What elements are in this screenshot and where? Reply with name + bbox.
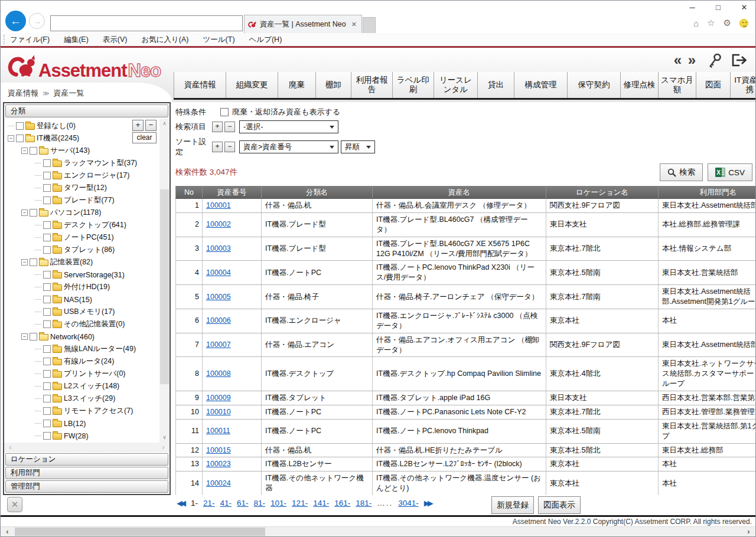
tree-item-label[interactable]: IT機器(2245) bbox=[37, 133, 79, 143]
tree-checkbox[interactable] bbox=[43, 197, 51, 204]
tree-scrollbar-thumb[interactable] bbox=[160, 189, 169, 384]
tree-item-label[interactable]: ブレード型(77) bbox=[64, 195, 115, 205]
tree-item[interactable]: ブレード型(77) bbox=[4, 194, 159, 207]
close-sidebar-button[interactable]: ✕ bbox=[7, 497, 22, 512]
tree-checkbox[interactable] bbox=[43, 172, 51, 179]
window-maximize-button[interactable]: □ bbox=[713, 3, 724, 12]
nav-button[interactable]: 構成管理 bbox=[514, 72, 567, 98]
column-header[interactable]: No bbox=[176, 186, 203, 199]
tree-expander-icon[interactable]: − bbox=[21, 333, 28, 340]
tree-checkbox[interactable] bbox=[43, 395, 51, 402]
menubar-drag-handle[interactable] bbox=[4, 35, 5, 44]
page-link[interactable]: 161- bbox=[334, 499, 350, 507]
nav-button[interactable]: 修理点検 bbox=[620, 72, 658, 98]
tree-item[interactable]: 無線LANルーター(49) bbox=[4, 343, 159, 355]
tree-horizontal-scrollbar[interactable]: ‹ › bbox=[4, 443, 170, 453]
menu-item[interactable]: 編集(E) bbox=[64, 35, 89, 45]
nav-button[interactable]: 利用者報告 bbox=[351, 72, 392, 98]
nav-button[interactable]: 保守契約 bbox=[567, 72, 620, 98]
nav-button[interactable]: IT資産連携 bbox=[730, 72, 755, 98]
tree-checkbox[interactable] bbox=[43, 283, 51, 291]
tree-checkbox[interactable] bbox=[43, 296, 51, 303]
tree-expander-icon[interactable]: − bbox=[21, 259, 28, 266]
page-link[interactable]: 101- bbox=[271, 499, 286, 507]
tree-item-label[interactable]: 記憶装置(82) bbox=[50, 257, 93, 267]
tree-checkbox[interactable] bbox=[43, 432, 51, 440]
window-minimize-button[interactable]: ─ bbox=[687, 3, 698, 12]
tree-item[interactable]: USBメモリ(17) bbox=[4, 306, 159, 318]
tree-item[interactable]: −Network(460) bbox=[4, 330, 159, 343]
sort-order-select[interactable]: 昇順 bbox=[341, 140, 375, 153]
tree-item[interactable]: エンクロージャ(17) bbox=[4, 169, 159, 182]
page-scroll-right-icon[interactable]: › bbox=[744, 527, 754, 536]
tree-checkbox[interactable] bbox=[43, 407, 51, 415]
column-header[interactable]: 資産番号 bbox=[203, 186, 262, 199]
tree-item[interactable]: デスクトップ(641) bbox=[4, 219, 159, 231]
column-header[interactable]: ロケーション名 bbox=[546, 186, 659, 199]
tree-item-label[interactable]: Network(460) bbox=[50, 333, 94, 341]
tree-item[interactable]: ServerStorage(31) bbox=[4, 268, 159, 281]
page-horizontal-scrollbar[interactable]: ‹ › bbox=[1, 526, 755, 536]
tree-expander-icon[interactable]: − bbox=[21, 148, 28, 154]
tree-checkbox[interactable] bbox=[30, 333, 37, 340]
key-icon[interactable] bbox=[706, 53, 722, 68]
tree-item-label[interactable]: プリントサーバ(0) bbox=[64, 369, 126, 379]
favorites-star-icon[interactable]: ☆ bbox=[707, 18, 715, 28]
page-link[interactable]: 41- bbox=[220, 499, 232, 507]
new-registration-button[interactable]: 新規登録 bbox=[491, 496, 534, 514]
asset-number-link[interactable]: 100006 bbox=[206, 316, 231, 325]
asset-number-link[interactable]: 100007 bbox=[206, 340, 231, 349]
nav-button[interactable]: 棚卸 bbox=[315, 72, 351, 98]
tree-item-label[interactable]: 有線ルータ(24) bbox=[64, 356, 114, 366]
tree-item-label[interactable]: L3スイッチ(29) bbox=[64, 394, 115, 404]
tree-item-label[interactable]: パソコン(1178) bbox=[50, 208, 101, 218]
tree-checkbox[interactable] bbox=[43, 159, 51, 167]
page-link[interactable]: 81- bbox=[254, 499, 266, 507]
page-scrollbar-thumb[interactable] bbox=[15, 528, 265, 536]
menu-item[interactable]: ツール(T) bbox=[203, 35, 235, 45]
logout-icon[interactable] bbox=[731, 53, 747, 68]
asset-number-link[interactable]: 100003 bbox=[206, 244, 231, 253]
search-item-add-button[interactable]: + bbox=[212, 122, 223, 132]
menu-item[interactable]: お気に入り(A) bbox=[141, 35, 188, 45]
tree-expander-icon[interactable]: − bbox=[21, 209, 28, 216]
tree-item-label[interactable]: NAS(15) bbox=[64, 296, 92, 304]
tree-checkbox[interactable] bbox=[43, 221, 51, 229]
sort-add-button[interactable]: + bbox=[212, 142, 223, 152]
back-button[interactable]: ← bbox=[5, 11, 26, 31]
asset-number-link[interactable]: 100024 bbox=[206, 479, 231, 487]
tree-expander-icon[interactable]: − bbox=[8, 135, 14, 142]
tree-item[interactable]: −記憶装置(82) bbox=[4, 256, 159, 268]
page-scroll-left-icon[interactable]: ‹ bbox=[2, 527, 12, 536]
tree-item-label[interactable]: 無線LANルーター(49) bbox=[64, 344, 136, 354]
tree-item[interactable]: プリントサーバ(0) bbox=[4, 368, 159, 380]
tree-clear-button[interactable]: clear bbox=[132, 132, 157, 143]
nav-button[interactable]: 廃棄 bbox=[278, 72, 315, 98]
tree-item[interactable]: L2スイッチ(148) bbox=[4, 380, 159, 392]
tree-item[interactable]: FW(28) bbox=[4, 430, 159, 442]
tree-checkbox[interactable] bbox=[43, 345, 51, 353]
tree-checkbox[interactable] bbox=[43, 382, 51, 390]
tree-item-label[interactable]: タワー型(12) bbox=[64, 183, 107, 193]
column-header[interactable]: 分類名 bbox=[262, 186, 373, 199]
tree-item[interactable]: その他記憶装置(0) bbox=[4, 318, 159, 330]
asset-number-link[interactable]: 100010 bbox=[206, 408, 231, 416]
asset-number-link[interactable]: 100001 bbox=[206, 201, 231, 209]
tree-checkbox[interactable] bbox=[43, 420, 51, 427]
asset-number-link[interactable]: 100008 bbox=[206, 369, 231, 378]
tree-vertical-scrollbar[interactable]: ∧ ∨ bbox=[159, 119, 170, 443]
scroll-right-icon[interactable]: › bbox=[158, 443, 168, 453]
nav-button[interactable]: ラベル印刷 bbox=[392, 72, 434, 98]
tree-checkbox[interactable] bbox=[43, 184, 51, 192]
sidebar-accordion[interactable]: ロケーション bbox=[5, 453, 168, 466]
tree-checkbox[interactable] bbox=[30, 258, 37, 266]
tab-close-icon[interactable]: ✕ bbox=[350, 21, 358, 28]
address-bar-input[interactable] bbox=[50, 15, 243, 31]
tree-checkbox[interactable] bbox=[43, 320, 51, 328]
menu-item[interactable]: 表示(V) bbox=[103, 35, 128, 45]
sort-remove-button[interactable]: − bbox=[224, 142, 235, 152]
tree-checkbox[interactable] bbox=[43, 358, 51, 365]
tree-expand-all-button[interactable]: + bbox=[132, 120, 144, 131]
browser-tab[interactable]: 資産一覧 | Assetment Neo ✕ bbox=[244, 15, 362, 33]
tree-checkbox[interactable] bbox=[43, 308, 51, 316]
